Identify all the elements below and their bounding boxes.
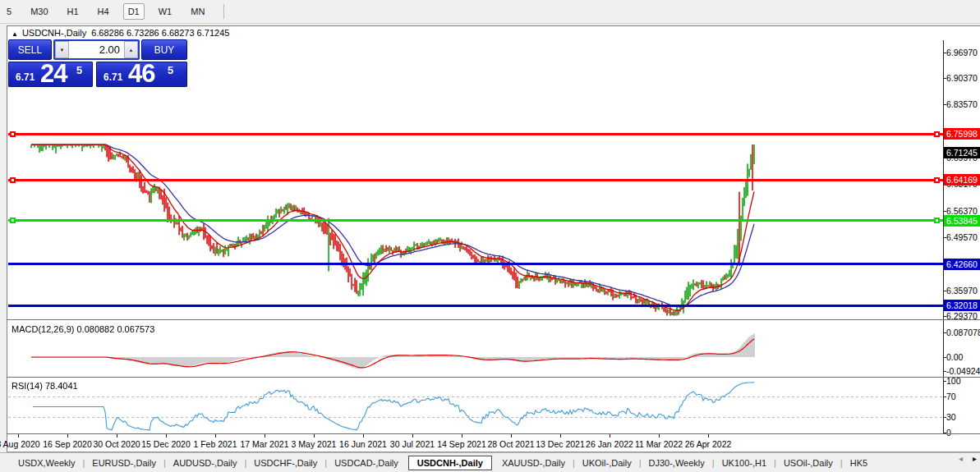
price-axis-label: 6.35970 <box>946 286 978 296</box>
panel-separator-main-macd[interactable] <box>7 319 980 320</box>
volume-spinner: ▼ 2.00 ▲ <box>53 39 140 60</box>
price-axis-label: 6.96970 <box>946 48 978 57</box>
macd-axis-tick <box>943 332 946 333</box>
line-handle[interactable] <box>10 177 16 183</box>
rsi-indicator-chart[interactable] <box>8 378 943 433</box>
tab-usdx-weekly[interactable]: USDX,Weekly <box>12 456 81 470</box>
timeframe-toolbar: 5M30H1H4D1W1MN <box>0 0 980 24</box>
tab-uk100-h1[interactable]: UK100-,H1 <box>715 456 773 470</box>
tab-hk5[interactable]: HK5 <box>844 456 874 470</box>
tab-separator: | <box>244 458 246 468</box>
timeframe-button-h1[interactable]: H1 <box>62 3 84 20</box>
price-level-badge: 6.32018 <box>944 300 980 311</box>
rsi-axis-label: 70 <box>946 392 956 401</box>
date-axis-tick <box>511 434 512 438</box>
horizontal-level-line[interactable] <box>8 219 943 222</box>
horizontal-level-line[interactable] <box>8 305 943 307</box>
collapse-triangle-icon[interactable]: ▲ <box>12 30 18 38</box>
down-arrow-icon: ▼ <box>60 48 65 53</box>
price-axis-label: 6.83570 <box>946 99 978 109</box>
up-arrow-icon: ▲ <box>129 48 134 53</box>
tab-usoil-daily[interactable]: USOil-,Daily <box>777 456 840 470</box>
chart-symbol-title: USDCNH-,Daily <box>22 28 86 38</box>
tab-usdcad-daily[interactable]: USDCAD-,Daily <box>328 456 405 470</box>
line-handle[interactable] <box>934 218 940 223</box>
date-axis-tick <box>314 434 315 438</box>
date-axis-tick <box>363 434 364 438</box>
tab-usdcnh-daily[interactable]: USDCNH-,Daily <box>408 456 492 470</box>
buy-price-sup: 5 <box>168 64 173 76</box>
symbol-tab-bar: USDX,Weekly|EURUSD-,Daily|AUDUSD-,Daily|… <box>0 452 980 472</box>
macd-axis-label: 0.00 <box>946 352 963 362</box>
price-axis-tick <box>943 211 946 212</box>
tab-scroll-controls: ◂ ▸ <box>959 454 977 463</box>
macd-axis-tick <box>943 357 946 358</box>
tab-scroll-right-icon[interactable]: ▸ <box>973 454 977 463</box>
trading-terminal: 5M30H1H4D1W1MN ▲USDCNH-,Daily6.68286 6.7… <box>0 0 980 472</box>
chart-title-row: ▲USDCNH-,Daily6.68286 6.73286 6.68273 6.… <box>12 28 229 39</box>
rsi-axis-tick <box>943 381 946 382</box>
tab-dj30-weekly[interactable]: DJ30-,Weekly <box>642 456 711 470</box>
price-level-badge: 6.64169 <box>944 174 980 186</box>
volume-input[interactable]: 2.00 <box>69 41 124 58</box>
sell-price-big: 24 <box>40 59 67 89</box>
timeframe-button-m30[interactable]: M30 <box>25 3 53 20</box>
horizontal-level-line[interactable] <box>8 263 943 265</box>
date-axis-tick <box>18 434 19 438</box>
date-axis-tick <box>166 434 167 438</box>
date-axis-tick <box>412 434 413 438</box>
date-axis-tick <box>610 434 610 438</box>
date-axis-tick <box>215 434 216 438</box>
horizontal-level-line[interactable] <box>8 133 943 135</box>
macd-axis-tick <box>943 371 946 372</box>
line-handle[interactable] <box>10 131 16 137</box>
rsi-label: RSI(14) 78.4041 <box>12 381 78 391</box>
macd-axis-label: -0.049247 <box>946 366 980 376</box>
price-axis-tick <box>943 78 946 79</box>
price-axis-tick <box>943 316 946 317</box>
tab-separator: | <box>82 458 85 468</box>
date-axis-label: 26 Apr 2022 <box>675 439 741 449</box>
buy-price-big: 46 <box>128 59 154 89</box>
buy-price-prefix: 6.71 <box>104 71 122 83</box>
tab-separator: | <box>774 458 776 468</box>
sell-quote-box[interactable]: 6.71 24 5 <box>8 62 93 87</box>
sell-price-prefix: 6.71 <box>16 71 35 83</box>
horizontal-level-line[interactable] <box>8 179 943 181</box>
line-handle[interactable] <box>10 218 16 223</box>
price-axis-tick <box>943 237 946 238</box>
price-level-badge: 6.42660 <box>944 259 980 270</box>
tab-scroll-left-icon[interactable]: ◂ <box>959 454 963 463</box>
tab-xauusd-daily[interactable]: XAUUSD-,Daily <box>495 456 572 470</box>
timeframe-button-mn[interactable]: MN <box>186 3 209 20</box>
chart-ohlc-quotes: 6.68286 6.73286 6.68273 6.71245 <box>91 28 229 38</box>
timeframe-button-h4[interactable]: H4 <box>93 3 114 20</box>
macd-axis-label: 0.087078 <box>946 328 980 337</box>
timeframe-button-d1[interactable]: D1 <box>123 3 145 20</box>
line-handle[interactable] <box>934 131 940 137</box>
panel-separator-macd-rsi[interactable] <box>7 377 980 378</box>
rsi-axis-tick <box>943 396 946 397</box>
price-axis-label: 6.49570 <box>946 232 978 242</box>
tab-separator: | <box>712 458 715 468</box>
price-level-badge: 6.53845 <box>944 215 980 227</box>
timeframe-button-w1[interactable]: W1 <box>154 3 177 20</box>
line-handle[interactable] <box>934 177 940 183</box>
volume-increase-button[interactable]: ▲ <box>124 41 138 58</box>
buy-button[interactable]: BUY <box>141 39 187 60</box>
tab-eurusd-daily[interactable]: EURUSD-,Daily <box>85 456 163 470</box>
tab-separator: | <box>324 458 327 468</box>
date-axis-tick <box>67 434 68 438</box>
price-axis-tick <box>943 104 946 105</box>
tab-separator: | <box>840 458 843 468</box>
sell-button[interactable]: SELL <box>8 39 52 60</box>
volume-decrease-button[interactable]: ▼ <box>55 41 69 58</box>
date-axis-tick <box>708 434 709 438</box>
timeframe-button-5[interactable]: 5 <box>2 3 16 20</box>
tab-usdchf-daily[interactable]: USDCHF-,Daily <box>247 456 324 470</box>
tab-ukoil-daily[interactable]: UKOil-,Daily <box>576 456 638 470</box>
buy-quote-box[interactable]: 6.71 46 5 <box>96 62 187 87</box>
one-click-trade-panel: SELL ▼ 2.00 ▲ BUY 6.71 24 5 6.71 46 5 <box>8 39 187 85</box>
rsi-axis-label: 0 <box>946 428 951 438</box>
tab-audusd-daily[interactable]: AUDUSD-,Daily <box>167 456 244 470</box>
